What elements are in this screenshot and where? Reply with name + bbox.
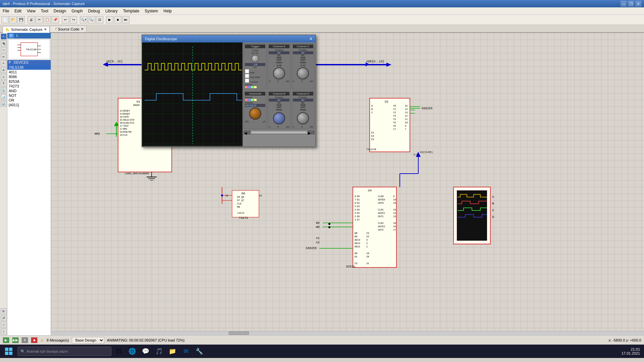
tb-paste[interactable]: 📌 — [52, 16, 59, 23]
menu-view[interactable]: View — [24, 8, 38, 14]
svg-text:19: 19 — [120, 134, 122, 136]
graph-tool[interactable]: 📊 — [1, 94, 7, 100]
tb-copy[interactable]: 📋 — [44, 16, 51, 23]
lib-btn[interactable]: L — [15, 34, 20, 38]
menu-tool[interactable]: Tool — [38, 8, 51, 14]
tab-schematic-close[interactable]: ✕ — [44, 27, 47, 31]
auto-checkbox[interactable] — [245, 69, 249, 73]
device-or[interactable]: OR — [7, 98, 51, 103]
tb-print[interactable]: 🖨 — [28, 16, 35, 23]
menu-library[interactable]: Library — [103, 8, 120, 14]
junction-tool[interactable]: + — [1, 60, 7, 66]
oscilloscope-waveform-svg — [143, 43, 243, 146]
scroll-thumb[interactable] — [229, 331, 249, 335]
canvas-area[interactable]: U1 8086 21 RESET 24 READY 18 INTR 31 HOL… — [51, 33, 644, 335]
close-button[interactable]: ✕ — [635, 1, 641, 7]
tb-undo[interactable]: ↩ — [62, 16, 69, 23]
tb-open[interactable]: 📂 — [9, 16, 17, 23]
tb-new[interactable]: 📄 — [1, 16, 9, 23]
taskbar-chrome[interactable]: 🌐 — [126, 346, 138, 357]
channel-c-knob[interactable] — [297, 67, 309, 79]
bus-tool[interactable]: ═ — [1, 54, 7, 60]
svg-text:17: 17 — [120, 128, 122, 130]
device-and[interactable]: AND — [7, 88, 51, 93]
design-select[interactable]: Base Design — [72, 337, 104, 344]
device-8253a[interactable]: 8253A — [7, 79, 51, 84]
taskbar-mail[interactable]: ✉ — [180, 346, 192, 357]
svg-text:30: 30 — [120, 122, 122, 124]
run-btn[interactable]: ▶▶ — [12, 337, 19, 343]
tb-zoom-in[interactable]: 🔍+ — [80, 16, 87, 23]
pause-btn[interactable]: ⏸ — [21, 337, 28, 343]
tb-step[interactable]: ⏭ — [122, 16, 129, 23]
osc-scroll-right[interactable]: ▶ — [308, 131, 314, 134]
osc-scroll-track[interactable] — [251, 131, 307, 133]
taskbar-explorer[interactable]: 📁 — [166, 346, 178, 357]
menu-edit[interactable]: Edit — [12, 8, 24, 14]
device-not[interactable]: NOT — [7, 93, 51, 98]
play-btn[interactable]: ▶ — [3, 337, 9, 343]
device-list[interactable]: 74LS138 4011 8086 8253A 74273 AND NOT OR… — [7, 65, 51, 335]
menu-graph[interactable]: Graph — [69, 8, 85, 14]
cursors-checkbox[interactable] — [245, 78, 249, 83]
svg-text:10: 10 — [393, 202, 396, 204]
component-tool[interactable]: 🔌 — [1, 40, 7, 46]
start-button[interactable] — [1, 346, 16, 357]
oscilloscope-close-btn[interactable]: ✕ — [309, 37, 313, 41]
channel-d-knob[interactable] — [297, 112, 309, 124]
stop-btn[interactable]: ■ — [31, 337, 38, 343]
oscilloscope-title-bar[interactable]: Digital Oscilloscope ✕ — [142, 35, 315, 43]
restore-button[interactable]: ❐ — [628, 1, 634, 7]
search-bar[interactable]: 🔍 Aramak için buraya yazın — [17, 347, 111, 356]
components-btn[interactable]: P — [9, 34, 14, 38]
svg-text:Y4: Y4 — [393, 118, 396, 121]
tb-redo[interactable]: ↪ — [70, 16, 77, 23]
tb-zoom-fit[interactable]: ⊡ — [96, 16, 103, 23]
device-4011[interactable]: 4011 — [7, 70, 51, 74]
osc-scroll-left[interactable]: ◀ — [244, 131, 251, 134]
rotate-ccw[interactable]: ↺ — [1, 315, 7, 321]
tb-cut[interactable]: ✂ — [36, 16, 43, 23]
channel-a-knob[interactable] — [273, 67, 285, 79]
text-tool[interactable]: T — [1, 80, 7, 86]
device-4011b[interactable]: [4011] — [7, 103, 51, 107]
device-74273[interactable]: 74273 — [7, 84, 51, 88]
src-b-indicator — [248, 86, 251, 88]
device-74ls138[interactable]: 74LS138 — [7, 65, 51, 70]
tab-source-close[interactable]: ✕ — [81, 27, 84, 31]
canvas-scrollbar[interactable] — [51, 331, 644, 335]
one-shot-checkbox[interactable] — [245, 74, 249, 78]
minimize-button[interactable]: — — [621, 1, 627, 7]
osc-scrollbar[interactable]: ◀ ▶ — [244, 130, 315, 134]
menu-debug[interactable]: Debug — [86, 8, 103, 14]
oscilloscope-dialog[interactable]: Digital Oscilloscope ✕ — [142, 35, 316, 147]
tb-stop[interactable]: ■ — [114, 16, 121, 23]
device-8086[interactable]: 8086 — [7, 74, 51, 79]
mirror-x[interactable]: ↔ — [1, 322, 7, 328]
tb-zoom-out[interactable]: 🔍- — [88, 16, 95, 23]
rotate-cw[interactable]: ↻ — [1, 308, 7, 314]
taskbar-spotify[interactable]: 🎵 — [153, 346, 165, 357]
channel-b-knob[interactable] — [273, 112, 285, 124]
menu-help[interactable]: Help — [161, 8, 174, 14]
mirror-y[interactable]: ↕ — [1, 328, 7, 335]
select-tool[interactable]: ↖ — [1, 34, 7, 40]
probe-tool[interactable]: 📡 — [1, 87, 7, 93]
power-tool[interactable]: ⏚ — [1, 74, 7, 80]
tab-source-code[interactable]: 📝 Source Code ✕ — [50, 25, 87, 32]
horizontal-knob[interactable] — [249, 108, 261, 120]
wire-tool[interactable]: ─ — [1, 47, 7, 53]
taskbar-whatsapp[interactable]: 💬 — [140, 346, 152, 357]
tb-save[interactable]: 💾 — [17, 16, 25, 23]
taskbar-app1[interactable]: 🔧 — [193, 346, 205, 357]
virtual-inst[interactable]: 🔬 — [1, 101, 7, 107]
menu-design[interactable]: Design — [51, 8, 69, 14]
menu-template[interactable]: Template — [120, 8, 142, 14]
menu-system[interactable]: System — [142, 8, 161, 14]
trigger-level-knob[interactable] — [252, 55, 259, 62]
menu-file[interactable]: File — [0, 8, 12, 14]
taskbar-task-view[interactable]: ⊡ — [113, 346, 125, 357]
tab-schematic[interactable]: 📐 Schematic Capture ✕ — [3, 26, 50, 33]
tb-run[interactable]: ▶ — [106, 16, 113, 23]
label-tool[interactable]: A — [1, 67, 7, 73]
